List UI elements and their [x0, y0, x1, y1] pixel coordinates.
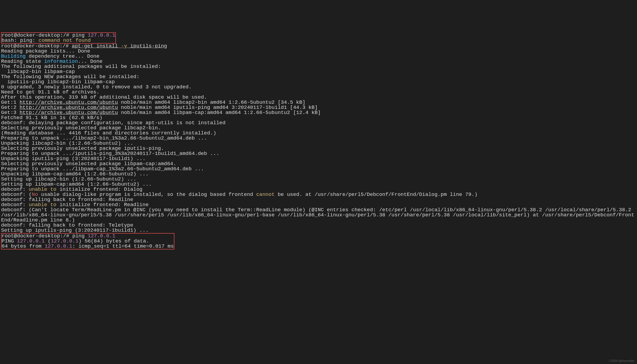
apt-flag: -y: [121, 43, 127, 49]
terminal-output[interactable]: root@docker-desktop:/# ping 127.0.0.1 ba…: [0, 26, 637, 251]
ping-output-reply: 64 bytes from 127.0.0.1: icmp_seq=1 ttl=…: [2, 243, 174, 249]
highlight-box-ping-fail: root@docker-desktop:/# ping 127.0.0.1 ba…: [1, 32, 116, 44]
highlight-box-ping-success: root@docker-desktop:/# ping 127.0.0.1 PI…: [1, 233, 174, 249]
error-command-not-found: command not found: [39, 37, 91, 43]
ping-target-ip: 127.0.0.1: [88, 32, 115, 38]
debconf-line: debconf: (Can't locate Term/ReadLine.pm …: [1, 207, 634, 223]
apt-output: Setting up iputils-ping (3:20240117-1bui…: [1, 227, 149, 233]
apt-package: iputils-ping: [127, 43, 167, 49]
error-line: bash: ping: command not found: [2, 37, 91, 43]
